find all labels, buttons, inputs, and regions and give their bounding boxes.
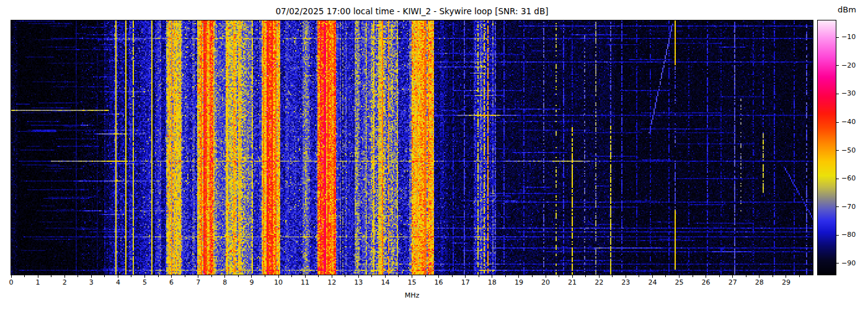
x-tick-label: 15 [403,278,422,286]
x-minor-tick-mark [211,275,212,277]
colorbar-tick-mark [836,235,839,236]
x-tick-mark [652,275,653,278]
x-tick-label: 27 [724,278,742,286]
x-tick-label: 5 [136,278,154,286]
x-tick-label: 9 [242,278,261,286]
colorbar-tick-mark [836,122,839,123]
x-tick-label: 8 [216,278,234,286]
x-minor-tick-mark [746,275,746,277]
x-minor-tick-mark [78,275,78,277]
colorbar-tick-label: −60 [841,175,866,182]
x-tick-mark [492,275,492,278]
x-tick-mark [412,275,412,278]
x-tick-mark [332,275,332,278]
x-axis-unit-label: MHz [11,291,813,299]
x-tick-label: 2 [55,278,74,286]
colorbar-tick-label: −90 [841,260,866,267]
x-tick-mark [251,275,252,278]
x-tick-label: 17 [456,278,475,286]
x-tick-mark [64,275,65,278]
x-tick-mark [599,275,600,278]
x-tick-label: 18 [483,278,502,286]
x-tick-label: 4 [108,278,127,286]
x-tick-label: 25 [670,278,689,286]
x-tick-mark [38,275,38,278]
x-minor-tick-mark [398,275,399,277]
x-tick-label: 3 [82,278,100,286]
x-tick-mark [224,275,225,278]
x-tick-label: 22 [590,278,608,286]
x-minor-tick-mark [425,275,426,277]
spectrogram-plot-area [11,20,813,275]
colorbar-tick-mark [836,206,839,207]
x-tick-mark [546,275,546,278]
x-tick-mark [198,275,198,278]
x-minor-tick-mark [559,275,559,277]
colorbar-tick-label: −10 [841,33,866,41]
colorbar-tick-mark [836,37,839,38]
x-tick-label: 7 [189,278,208,286]
colorbar-tick-mark [836,65,839,66]
x-tick-label: 24 [643,278,662,286]
x-minor-tick-mark [505,275,506,277]
x-tick-label: 12 [322,278,341,286]
x-tick-mark [144,275,145,278]
x-minor-tick-mark [185,275,185,277]
x-minor-tick-mark [345,275,345,277]
x-tick-label: 20 [536,278,555,286]
x-minor-tick-mark [158,275,159,277]
x-tick-mark [305,275,306,278]
x-minor-tick-mark [131,275,131,277]
plot-title: 07/02/2025 17:00 local time - KIWI_2 - S… [11,6,813,16]
colorbar-tick-mark [836,150,839,151]
x-tick-label: 28 [750,278,769,286]
x-minor-tick-mark [532,275,533,277]
x-tick-mark [358,275,359,278]
x-minor-tick-mark [104,275,105,277]
x-minor-tick-mark [371,275,372,277]
colorbar-tick-label: −50 [841,147,866,154]
x-tick-label: 21 [563,278,582,286]
x-minor-tick-mark [318,275,319,277]
x-tick-label: 19 [510,278,528,286]
x-minor-tick-mark [665,275,666,277]
colorbar-tick-label: −80 [841,231,866,239]
colorbar-canvas [818,20,836,275]
x-tick-label: 23 [616,278,635,286]
x-tick-mark [706,275,706,278]
x-tick-label: 6 [162,278,181,286]
x-tick-label: 10 [269,278,288,286]
x-tick-label: 0 [2,278,20,286]
colorbar [817,20,836,275]
x-tick-mark [732,275,733,278]
x-tick-mark [91,275,92,278]
x-tick-mark [759,275,760,278]
x-minor-tick-mark [291,275,292,277]
x-minor-tick-mark [639,275,639,277]
x-tick-mark [11,275,12,278]
x-tick-mark [626,275,626,278]
x-tick-mark [518,275,519,278]
x-tick-mark [465,275,466,278]
x-minor-tick-mark [452,275,453,277]
x-minor-tick-mark [585,275,586,277]
x-tick-label: 29 [777,278,795,286]
colorbar-tick-label: −30 [841,90,866,97]
figure: 07/02/2025 17:00 local time - KIWI_2 - S… [0,0,868,310]
spectrogram-canvas [11,20,813,275]
x-tick-label: 26 [697,278,715,286]
x-minor-tick-mark [773,275,773,277]
x-tick-mark [572,275,573,278]
x-tick-mark [385,275,386,278]
colorbar-tick-mark [836,263,839,264]
x-minor-tick-mark [612,275,613,277]
x-tick-mark [171,275,172,278]
x-tick-label: 14 [376,278,394,286]
x-tick-label: 16 [430,278,448,286]
x-minor-tick-mark [479,275,479,277]
x-minor-tick-mark [24,275,25,277]
x-tick-label: 11 [296,278,314,286]
x-minor-tick-mark [719,275,720,277]
x-tick-mark [278,275,279,278]
x-minor-tick-mark [693,275,693,277]
